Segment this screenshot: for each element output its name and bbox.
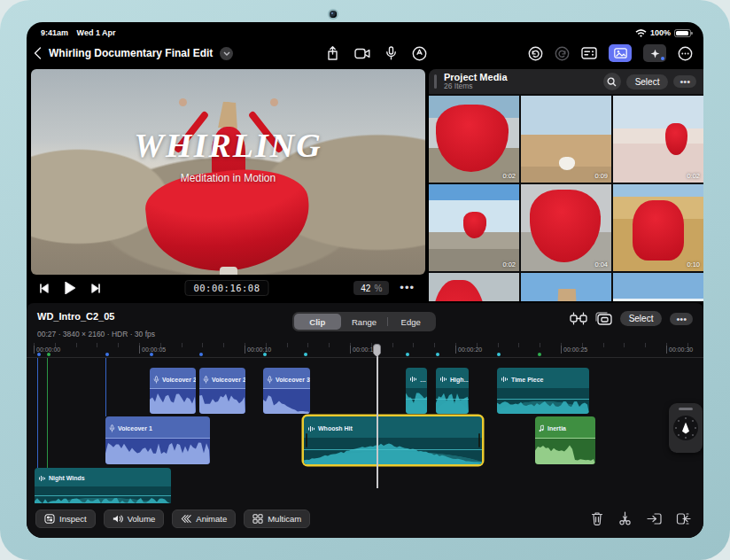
animate-button[interactable]: Animate bbox=[172, 509, 236, 528]
undo-button[interactable] bbox=[528, 46, 543, 61]
overwrite-clip-icon[interactable] bbox=[676, 512, 691, 525]
timeline-marker[interactable] bbox=[47, 353, 50, 356]
status-date: Wed 1 Apr bbox=[77, 28, 116, 37]
timeline-clip-voiceover-2[interactable]: Voiceover 2 bbox=[199, 368, 245, 414]
timeline-more-button[interactable]: ••• bbox=[670, 313, 693, 325]
play-button[interactable] bbox=[65, 282, 75, 294]
timeline-marker[interactable] bbox=[538, 353, 541, 356]
media-thumbnail-golden-reeds-red-dervish[interactable]: 0:10 bbox=[613, 184, 703, 271]
top-toolbar: Whirling Documentary Final Edit bbox=[27, 40, 703, 66]
viewer-more-button[interactable]: ••• bbox=[400, 284, 415, 292]
media-more-button[interactable]: ••• bbox=[673, 75, 696, 88]
timeline-marker[interactable] bbox=[263, 353, 267, 356]
jog-wheel[interactable] bbox=[669, 403, 703, 453]
back-button[interactable] bbox=[34, 47, 42, 59]
timeline-clip-voiceover-3[interactable]: Voiceover 3 bbox=[263, 368, 310, 414]
timeline-select-button[interactable]: Select bbox=[620, 311, 663, 326]
clip-waveform bbox=[263, 388, 310, 414]
timeline-marker[interactable] bbox=[150, 353, 153, 356]
project-title[interactable]: Whirling Documentary Final Edit bbox=[49, 47, 213, 59]
clip-label: Voiceover 2 bbox=[199, 368, 245, 388]
timeline-clip-whoosh-hit[interactable]: Whoosh Hit bbox=[304, 416, 482, 464]
media-thumbnail-hat-profile-sky[interactable] bbox=[521, 273, 611, 301]
effects-browser-button[interactable] bbox=[643, 44, 666, 62]
ruler-label: 00:00:20 bbox=[455, 346, 482, 354]
timeline-clip-voiceover-2[interactable]: Voiceover 2 bbox=[150, 368, 196, 414]
mode-range[interactable]: Range bbox=[341, 314, 388, 330]
timeline-ruler[interactable]: 00:00:0000:00:0500:00:1000:00:1500:00:20… bbox=[27, 343, 703, 358]
status-bar: 9:41am Wed 1 Apr 100% bbox=[27, 22, 703, 40]
insert-clip-icon[interactable] bbox=[647, 512, 662, 525]
viewer-canvas[interactable]: WHIRLING Meditation in Motion bbox=[31, 69, 425, 275]
mode-edge[interactable]: Edge bbox=[387, 314, 434, 330]
media-thumbnail-cappadocia-rocks-white-dervish[interactable]: 0:09 bbox=[521, 96, 611, 183]
wifi-icon bbox=[635, 29, 647, 37]
timeline-marker[interactable] bbox=[406, 353, 409, 356]
media-thumbnail-sky-clouds[interactable] bbox=[613, 273, 703, 301]
clip-waveform bbox=[150, 388, 196, 414]
title-dropdown-button[interactable] bbox=[220, 47, 233, 60]
jog-handle-bar[interactable] bbox=[679, 408, 693, 410]
media-thumbnail-badlands-clouds-red-dervish[interactable]: 0:02 bbox=[429, 184, 519, 271]
ruler-label: 00:00:15 bbox=[350, 346, 377, 354]
camera-icon[interactable] bbox=[354, 48, 370, 59]
media-grid: 0:020:090:020:020:040:10 bbox=[429, 94, 703, 301]
clip-label: Time Piece bbox=[497, 368, 589, 388]
skip-to-end-button[interactable] bbox=[91, 284, 101, 293]
clip-duration: 0:02 bbox=[502, 261, 516, 268]
microphone-icon[interactable] bbox=[385, 46, 397, 60]
clip-connection-line bbox=[47, 358, 48, 468]
timeline-marker[interactable] bbox=[199, 353, 203, 356]
overlay-view-icon[interactable] bbox=[595, 312, 612, 325]
clip-connection-line bbox=[105, 358, 106, 416]
jog-dial[interactable] bbox=[673, 416, 698, 440]
timeline-body: 00:00:0000:00:0500:00:1000:00:1500:00:20… bbox=[27, 343, 703, 503]
more-options-button[interactable] bbox=[678, 46, 693, 61]
media-select-button[interactable]: Select bbox=[626, 74, 669, 89]
timeline-clip-voiceover-1[interactable]: Voiceover 1 bbox=[105, 416, 210, 464]
export-icon[interactable] bbox=[326, 46, 339, 61]
redo-button[interactable] bbox=[555, 46, 570, 61]
connections-icon[interactable] bbox=[570, 312, 587, 325]
pencil-tool-icon[interactable] bbox=[412, 46, 427, 61]
delete-clip-icon[interactable] bbox=[591, 511, 603, 525]
media-browser-button[interactable] bbox=[609, 44, 632, 62]
viewer-zoom-control[interactable]: 42% bbox=[353, 281, 389, 295]
clip-label: Inertia bbox=[535, 416, 595, 438]
search-button[interactable] bbox=[603, 73, 621, 90]
clip-waveform bbox=[436, 388, 469, 414]
timeline-marker[interactable] bbox=[105, 353, 109, 356]
video-overlay-title: WHIRLING bbox=[31, 126, 425, 165]
multicam-button[interactable]: Multicam bbox=[244, 509, 310, 528]
timeline-clip-night-winds[interactable]: Night Winds bbox=[35, 468, 171, 503]
timeline-marker[interactable] bbox=[304, 353, 307, 356]
split-clip-icon[interactable] bbox=[617, 511, 633, 525]
media-thumbnail-salt-flat-red-dervish[interactable]: 0:02 bbox=[613, 96, 703, 183]
timeline-marker[interactable] bbox=[497, 353, 501, 356]
timecode-display[interactable]: 00:00:16:08 bbox=[184, 280, 268, 296]
inspect-button[interactable]: Inspect bbox=[35, 509, 96, 528]
media-thumbnail-dervish-red-closeup-spin[interactable]: 0:04 bbox=[521, 184, 611, 271]
panel-drag-handle[interactable] bbox=[434, 74, 437, 89]
timeline-clip-high-[interactable]: High… bbox=[436, 368, 469, 414]
timeline-header: WD_Intro_C2_05 00:27 · 3840 × 2160 · HDR… bbox=[27, 303, 703, 343]
timeline-tracks[interactable]: Voiceover 2Voiceover 2Voiceover 3…High…T… bbox=[27, 358, 703, 503]
volume-button[interactable]: Volume bbox=[104, 509, 165, 528]
timeline-clip--[interactable]: … bbox=[406, 368, 427, 414]
timeline-marker[interactable] bbox=[37, 353, 41, 356]
media-thumbnail-dervish-red-desert-wide[interactable]: 0:02 bbox=[429, 96, 519, 183]
playhead[interactable] bbox=[377, 345, 378, 488]
mode-clip[interactable]: Clip bbox=[294, 314, 341, 330]
clip-waveform bbox=[199, 388, 245, 414]
notification-dot bbox=[661, 57, 664, 60]
bezel-reflection bbox=[687, 538, 728, 560]
media-item-count: 26 Items bbox=[444, 82, 508, 90]
media-thumbnail-badlands-red-closeup[interactable] bbox=[429, 273, 519, 301]
timeline-marker[interactable] bbox=[436, 353, 439, 356]
timeline-clip-inertia[interactable]: Inertia bbox=[535, 416, 595, 464]
timeline-clip-time-piece[interactable]: Time Piece bbox=[497, 368, 589, 414]
clip-waveform bbox=[497, 388, 589, 414]
timeline-view-options-icon[interactable] bbox=[581, 47, 597, 59]
skip-to-start-button[interactable] bbox=[39, 284, 49, 293]
timeline-clip-name: WD_Intro_C2_05 bbox=[37, 311, 155, 323]
